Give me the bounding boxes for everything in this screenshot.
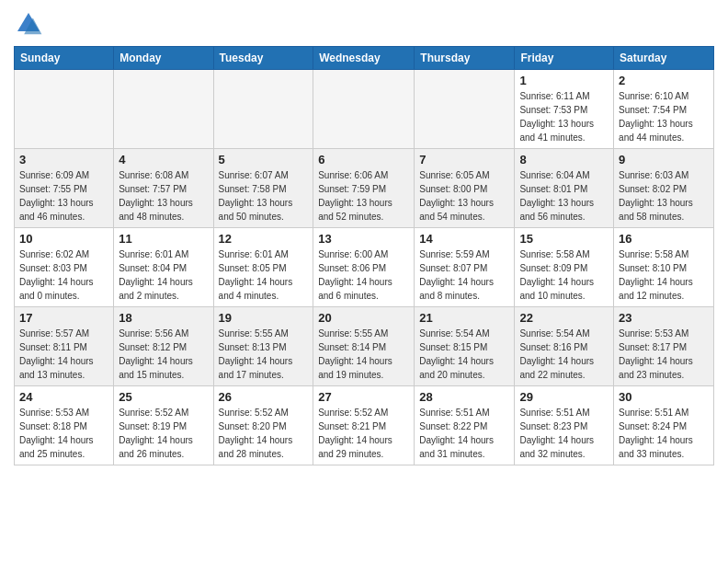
- day-number: 27: [318, 390, 409, 404]
- day-info: and 29 minutes.: [318, 447, 409, 461]
- day-number: 21: [419, 311, 509, 325]
- day-info: Sunset: 8:21 PM: [318, 419, 409, 433]
- day-info: Daylight: 14 hours: [318, 354, 409, 368]
- calendar-cell: [213, 70, 313, 149]
- day-info: Sunrise: 6:09 AM: [19, 168, 108, 182]
- calendar-cell: 9Sunrise: 6:03 AMSunset: 8:02 PMDaylight…: [614, 149, 714, 228]
- day-info: Daylight: 14 hours: [318, 433, 409, 447]
- day-info: Sunset: 8:05 PM: [219, 261, 309, 275]
- day-info: Sunset: 8:02 PM: [619, 182, 709, 196]
- day-info: Daylight: 13 hours: [119, 196, 208, 210]
- calendar-cell: 16Sunrise: 5:58 AMSunset: 8:10 PMDayligh…: [614, 228, 714, 307]
- calendar-cell: 28Sunrise: 5:51 AMSunset: 8:22 PMDayligh…: [415, 386, 515, 465]
- day-info: Sunrise: 5:52 AM: [219, 406, 309, 419]
- calendar-week-0: 1Sunrise: 6:11 AMSunset: 7:53 PMDaylight…: [15, 70, 714, 149]
- day-info: and 44 minutes.: [619, 131, 709, 144]
- day-number: 7: [419, 153, 509, 167]
- day-info: Daylight: 13 hours: [19, 196, 108, 210]
- day-info: Sunrise: 6:01 AM: [219, 247, 309, 261]
- calendar-cell: 1Sunrise: 6:11 AMSunset: 7:53 PMDaylight…: [515, 70, 614, 149]
- calendar-cell: 25Sunrise: 5:52 AMSunset: 8:19 PMDayligh…: [114, 386, 213, 465]
- day-info: Daylight: 14 hours: [219, 275, 309, 289]
- day-info: Daylight: 14 hours: [219, 354, 309, 368]
- day-info: Sunrise: 6:02 AM: [19, 247, 108, 261]
- day-number: 28: [419, 390, 509, 404]
- day-info: Sunrise: 6:06 AM: [318, 168, 409, 182]
- calendar-cell: 3Sunrise: 6:09 AMSunset: 7:55 PMDaylight…: [15, 149, 114, 228]
- calendar-cell: 7Sunrise: 6:05 AMSunset: 8:00 PMDaylight…: [415, 149, 515, 228]
- day-info: and 26 minutes.: [119, 447, 208, 461]
- day-info: Sunset: 8:19 PM: [119, 419, 208, 433]
- day-info: Daylight: 14 hours: [19, 354, 108, 368]
- day-number: 2: [619, 74, 709, 87]
- day-info: Daylight: 13 hours: [419, 196, 509, 210]
- day-info: and 32 minutes.: [519, 447, 609, 461]
- day-info: and 28 minutes.: [219, 447, 309, 461]
- day-info: and 12 minutes.: [619, 289, 709, 303]
- calendar-cell: 21Sunrise: 5:54 AMSunset: 8:15 PMDayligh…: [415, 307, 515, 386]
- day-number: 1: [519, 74, 609, 87]
- day-number: 22: [519, 311, 609, 325]
- day-info: Sunset: 8:01 PM: [519, 182, 609, 196]
- weekday-header-thursday: Thursday: [415, 47, 515, 70]
- day-number: 5: [219, 153, 309, 167]
- day-info: Sunset: 8:15 PM: [419, 340, 509, 354]
- day-number: 11: [119, 232, 208, 246]
- day-info: and 8 minutes.: [419, 289, 509, 303]
- day-number: 23: [619, 311, 709, 325]
- calendar-cell: 4Sunrise: 6:08 AMSunset: 7:57 PMDaylight…: [114, 149, 213, 228]
- day-number: 19: [219, 311, 309, 325]
- day-info: Sunset: 8:14 PM: [318, 340, 409, 354]
- day-info: and 22 minutes.: [519, 368, 609, 382]
- day-info: Sunrise: 6:05 AM: [419, 168, 509, 182]
- calendar-cell: 8Sunrise: 6:04 AMSunset: 8:01 PMDaylight…: [515, 149, 614, 228]
- calendar-cell: 5Sunrise: 6:07 AMSunset: 7:58 PMDaylight…: [213, 149, 313, 228]
- day-info: Daylight: 14 hours: [619, 433, 709, 447]
- calendar-cell: 19Sunrise: 5:55 AMSunset: 8:13 PMDayligh…: [213, 307, 313, 386]
- calendar-cell: 18Sunrise: 5:56 AMSunset: 8:12 PMDayligh…: [114, 307, 213, 386]
- day-info: Sunset: 7:54 PM: [619, 103, 709, 117]
- day-info: Daylight: 14 hours: [419, 354, 509, 368]
- logo: [14, 9, 47, 39]
- day-info: and 0 minutes.: [19, 289, 108, 303]
- day-info: Sunset: 8:24 PM: [619, 419, 709, 433]
- day-info: Sunset: 8:07 PM: [419, 261, 509, 275]
- calendar-cell: 22Sunrise: 5:54 AMSunset: 8:16 PMDayligh…: [515, 307, 614, 386]
- day-info: Daylight: 14 hours: [519, 354, 609, 368]
- calendar-week-3: 17Sunrise: 5:57 AMSunset: 8:11 PMDayligh…: [15, 307, 714, 386]
- day-number: 17: [19, 311, 108, 325]
- calendar-cell: 17Sunrise: 5:57 AMSunset: 8:11 PMDayligh…: [15, 307, 114, 386]
- day-info: Sunset: 8:22 PM: [419, 419, 509, 433]
- day-info: Daylight: 14 hours: [519, 433, 609, 447]
- calendar-cell: 14Sunrise: 5:59 AMSunset: 8:07 PMDayligh…: [415, 228, 515, 307]
- calendar-week-2: 10Sunrise: 6:02 AMSunset: 8:03 PMDayligh…: [15, 228, 714, 307]
- day-number: 9: [619, 153, 709, 167]
- day-info: Sunset: 8:20 PM: [219, 419, 309, 433]
- day-info: Sunrise: 5:53 AM: [19, 406, 108, 419]
- day-info: and 19 minutes.: [318, 368, 409, 382]
- day-info: Sunset: 8:18 PM: [19, 419, 108, 433]
- calendar-week-4: 24Sunrise: 5:53 AMSunset: 8:18 PMDayligh…: [15, 386, 714, 465]
- day-info: and 25 minutes.: [19, 447, 108, 461]
- calendar-header-row: SundayMondayTuesdayWednesdayThursdayFrid…: [15, 47, 714, 70]
- calendar-cell: [15, 70, 114, 149]
- day-number: 13: [318, 232, 409, 246]
- day-info: Sunrise: 6:03 AM: [619, 168, 709, 182]
- day-info: Sunset: 7:53 PM: [519, 103, 609, 117]
- day-info: Daylight: 13 hours: [619, 196, 709, 210]
- day-number: 3: [19, 153, 108, 167]
- day-number: 12: [219, 232, 309, 246]
- day-info: Daylight: 14 hours: [19, 433, 108, 447]
- day-info: Sunrise: 6:04 AM: [519, 168, 609, 182]
- day-info: Sunset: 8:23 PM: [519, 419, 609, 433]
- day-number: 25: [119, 390, 208, 404]
- day-info: Daylight: 14 hours: [119, 275, 208, 289]
- calendar-cell: 23Sunrise: 5:53 AMSunset: 8:17 PMDayligh…: [614, 307, 714, 386]
- day-info: Sunrise: 5:57 AM: [19, 327, 108, 340]
- day-number: 20: [318, 311, 409, 325]
- day-info: and 20 minutes.: [419, 368, 509, 382]
- day-number: 26: [219, 390, 309, 404]
- day-info: Daylight: 13 hours: [519, 117, 609, 131]
- day-number: 18: [119, 311, 208, 325]
- day-info: Daylight: 13 hours: [619, 117, 709, 131]
